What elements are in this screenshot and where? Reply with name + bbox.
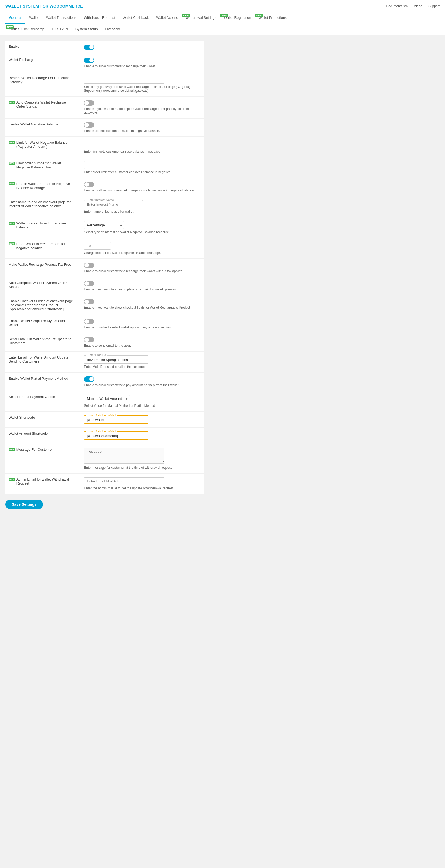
tax-free-desc: Enable to allow customers to recharge th… — [84, 269, 201, 273]
wallet-recharge-desc: Enable to allow customers to recharge th… — [84, 64, 201, 68]
tab-wallet[interactable]: Wallet — [25, 12, 42, 24]
interest-amount-label: Enter Wallet interest Amount for negativ… — [17, 242, 76, 250]
tab-withdrawal-settings[interactable]: NEWWithdrawal Settings — [182, 12, 220, 24]
negative-balance-slider — [84, 122, 94, 128]
checkout-fields-toggle[interactable] — [84, 299, 94, 304]
row-send-email: Send Email On Wallet Amount Update to Cu… — [5, 333, 204, 351]
tab-wallet-promotions[interactable]: NEWWallet Promotions — [255, 12, 291, 24]
wallet-shortcode-input[interactable] — [87, 418, 145, 422]
wallet-shortcode-field-label: ShortCode For Wallet — [86, 413, 117, 417]
tab-overview[interactable]: Overview — [102, 24, 124, 35]
negative-balance-label: Enable Wallet Negative Balance — [8, 122, 58, 126]
restrict-recharge-input[interactable] — [84, 76, 165, 84]
restrict-recharge-desc: Select any gateway to restrict wallet re… — [84, 85, 201, 93]
wallet-recharge-toggle[interactable] — [84, 58, 94, 63]
negative-balance-toggle[interactable] — [84, 122, 94, 128]
auto-complete-payment-toggle[interactable] — [84, 281, 94, 286]
wallet-recharge-slider — [84, 58, 94, 63]
wallet-amount-shortcode-field: ShortCode For Wallet — [84, 431, 148, 440]
row-wallet-script: Enable Wallet Script For My Account Wall… — [5, 315, 204, 333]
row-email-update: Enter Email For Wallet Amount Update Sen… — [5, 351, 204, 373]
auto-complete-payment-label: Auto Complete Wallet Payment Order Statu… — [8, 281, 76, 289]
tax-free-label: Make Wallet Recharge Product Tax Free — [8, 262, 71, 267]
auto-complete-recharge-toggle[interactable] — [84, 100, 94, 106]
send-email-toggle[interactable] — [84, 337, 94, 342]
row-interest-type: NEW Wallet interest Type for negative ba… — [5, 217, 204, 238]
tab-wallet-quick-recharge[interactable]: NEWWallet Quick Recharge — [5, 24, 48, 35]
interest-amount-input[interactable] — [84, 242, 111, 250]
tab-wallet-actions[interactable]: Wallet Actions — [152, 12, 182, 24]
save-settings-button[interactable]: Save Settings — [5, 500, 43, 509]
row-message-customer: NEW Message For Customer Enter message f… — [5, 444, 204, 473]
email-update-field: Enter Email Id — [84, 355, 148, 364]
interest-type-desc: Select type of interest on Wallet Negati… — [84, 230, 201, 234]
video-link[interactable]: Video — [414, 4, 422, 8]
restrict-recharge-label: Restrict Wallet Recharge For Particular … — [8, 76, 76, 84]
tab-wallet-transactions[interactable]: Wallet Transactions — [42, 12, 80, 24]
interest-name-input[interactable] — [87, 203, 140, 207]
new-badge-auto-recharge: NEW — [8, 101, 15, 104]
wallet-script-desc: Enable if unable to select wallet option… — [84, 326, 201, 329]
partial-payment-toggle[interactable] — [84, 376, 94, 382]
settings-table: Enable Wallet Recharge — [5, 41, 204, 494]
tab-rest-api[interactable]: REST API — [48, 24, 71, 35]
interest-name-desc: Enter name of fee to add for wallet. — [84, 210, 201, 213]
interest-type-label: Wallet interest Type for negative balanc… — [17, 221, 76, 229]
partial-payment-label: Enable Wallet Partial Payment Method — [8, 376, 68, 380]
row-interest-amount: NEW Enter Wallet interest Amount for neg… — [5, 238, 204, 259]
support-link[interactable]: Support — [428, 4, 440, 8]
enable-toggle[interactable] — [84, 44, 94, 50]
row-partial-option: Select Partial Payment Option Manual Wal… — [5, 391, 204, 412]
row-negative-balance: Enable Wallet Negative Balance Enable to… — [5, 119, 204, 137]
wallet-amount-shortcode-input[interactable] — [87, 434, 145, 438]
send-email-desc: Enable to send email to the user. — [84, 344, 201, 347]
auto-complete-payment-desc: Enable if you want to autocomplete order… — [84, 287, 201, 291]
message-customer-textarea[interactable] — [84, 447, 165, 464]
row-auto-complete-payment: Auto Complete Wallet Payment Order Statu… — [5, 277, 204, 295]
partial-payment-desc: Enable to allow customers to pay amount … — [84, 383, 201, 387]
limit-negative-label: Limit for Wallet Negative Balance (Pay L… — [17, 141, 76, 149]
admin-email-withdrawal-desc: Enter the admin mail id to get the updat… — [84, 487, 201, 490]
tab-general[interactable]: General — [5, 12, 25, 24]
tab-system-status[interactable]: System Status — [71, 24, 102, 35]
partial-payment-slider — [84, 376, 94, 382]
checkout-fields-slider — [84, 299, 94, 304]
wallet-script-toggle[interactable] — [84, 319, 94, 324]
limit-order-input[interactable] — [84, 161, 165, 169]
new-badge-admin-email: NEW — [8, 478, 15, 481]
new-badge-interest: NEW — [8, 182, 15, 185]
wallet-script-label: Enable Wallet Script For My Account Wall… — [8, 319, 76, 327]
email-update-input[interactable] — [87, 358, 145, 362]
wallet-amount-shortcode-field-label: ShortCode For Wallet — [86, 430, 117, 433]
tab-wallet-regulation[interactable]: NEWWallet Regulation — [220, 12, 255, 24]
row-tax-free: Make Wallet Recharge Product Tax Free En… — [5, 259, 204, 277]
page-content: Enable Wallet Recharge — [0, 35, 209, 520]
interest-name-label: Enter name to add on checkout page for i… — [8, 200, 76, 208]
interest-amount-desc: Charge interest on Wallet Negative Balan… — [84, 251, 201, 255]
tab-withdrawal-request[interactable]: Withdrawal Request — [80, 12, 119, 24]
limit-negative-input[interactable] — [84, 141, 165, 148]
tax-free-toggle[interactable] — [84, 262, 94, 268]
checkout-fields-desc: Enable if you want to show checkout fiel… — [84, 306, 201, 309]
partial-option-label: Select Partial Payment Option — [8, 395, 55, 399]
row-interest-negative: NEW Enable Wallet Interest for Negative … — [5, 178, 204, 196]
tab-navigation-row2: NEWWallet Quick Recharge REST API System… — [0, 24, 445, 35]
send-email-label: Send Email On Wallet Amount Update to Cu… — [8, 337, 76, 345]
doc-link[interactable]: Documentation — [386, 4, 408, 8]
admin-email-withdrawal-input[interactable] — [84, 477, 165, 485]
interest-toggle[interactable] — [84, 182, 94, 187]
row-limit-negative: NEW Limit for Wallet Negative Balance (P… — [5, 137, 204, 157]
row-interest-name: Enter name to add on checkout page for i… — [5, 196, 204, 217]
wallet-shortcode-label: Wallet Shortcode — [8, 415, 35, 420]
new-badge-message: NEW — [8, 448, 15, 451]
tab-wallet-cashback[interactable]: Wallet Cashback — [119, 12, 152, 24]
message-customer-label: Message For Customer — [17, 447, 53, 452]
interest-type-select[interactable]: Percentage Fixed — [84, 221, 124, 229]
interest-name-field-label: Enter Interest Name — [86, 198, 115, 202]
partial-option-select[interactable]: Manual Wallet Amount Auto Wallet Amount — [84, 395, 130, 402]
email-update-desc: Enter Mail ID to send email to the custo… — [84, 365, 201, 369]
interest-type-select-wrap: Percentage Fixed — [84, 221, 124, 229]
interest-negative-label: Enable Wallet Interest for Negative Bala… — [17, 182, 76, 190]
row-wallet-recharge: Wallet Recharge Enable to allow customer… — [5, 54, 204, 72]
interest-slider — [84, 182, 94, 187]
